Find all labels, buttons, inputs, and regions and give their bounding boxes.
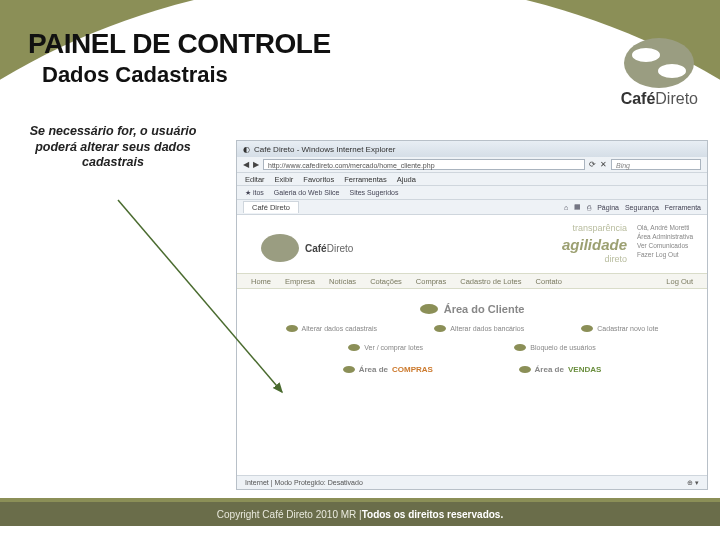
callout-note: Se necessário for, o usuário poderá alte… [28,124,198,171]
logo-text: CaféDireto [621,90,698,108]
refresh-icon[interactable]: ⟳ [589,160,596,169]
site-logo[interactable]: CaféDireto [261,223,353,273]
favicon-icon: ◐ [243,145,250,154]
bean-icon [581,325,593,332]
area-vendas[interactable]: Área de VENDAS [519,365,602,374]
brand-logo: CaféDireto [621,38,698,108]
area-header: Área do Cliente [257,303,687,315]
browser-tab[interactable]: Café Direto [243,201,299,213]
logo-text-light: Direto [655,90,698,107]
home-icon[interactable]: ⌂ [564,204,568,211]
bean-icon [348,344,360,351]
logo-text-bold: Café [621,90,656,107]
status-zone: Internet | Modo Protegido: Desativado [245,479,363,486]
action-alterar-cadastrais[interactable]: Alterar dados cadastrais [286,325,377,332]
favorites-bar: ★ itos Galeria do Web Slice Sites Sugeri… [237,186,707,200]
menu-editar[interactable]: Editar [245,175,265,184]
zoom-icon[interactable]: ⊕ ▾ [687,479,699,487]
action-alterar-bancarios[interactable]: Alterar dados bancários [434,325,524,332]
window-title: Café Direto - Windows Internet Explorer [254,145,395,154]
site-logo-text: CaféDireto [305,243,353,254]
action-bloqueio[interactable]: Bloqueio de usuários [514,344,595,351]
page-subtitle: Dados Cadastrais [42,62,700,88]
browser-titlebar: ◐ Café Direto - Windows Internet Explore… [237,141,707,157]
page-title: PAINEL DE CONTROLE [28,28,700,60]
tab-label: Café Direto [252,203,290,212]
nav-contato[interactable]: Contato [536,277,562,286]
toolbar-tools[interactable]: Ferramenta [665,204,701,211]
nav-compras[interactable]: Compras [416,277,446,286]
site-nav: Home Empresa Notícias Cotações Compras C… [237,273,707,289]
browser-menu: Editar Exibir Favoritos Ferramentas Ajud… [237,173,707,186]
link-logout[interactable]: Fazer Log Out [637,250,693,259]
toolbar-page[interactable]: Página [597,204,619,211]
site-page: CaféDireto transparência agilidade diret… [237,215,707,475]
nav-noticias[interactable]: Notícias [329,277,356,286]
toolbar-security[interactable]: Segurança [625,204,659,211]
bean-icon [514,344,526,351]
nav-cadastro[interactable]: Cadastro de Lotes [460,277,521,286]
footer-strong: Todos os direitos reservados. [362,509,504,520]
address-bar-row: ◀ ▶ http://www.cafedireto.com/mercado/ho… [237,157,707,173]
site-logo-icon [261,234,299,262]
feed-icon[interactable]: ▦ [574,203,581,211]
actions-row-2: Ver / comprar lotes Bloqueio de usuários [257,344,687,351]
nav-cotacoes[interactable]: Cotações [370,277,402,286]
search-box[interactable]: Bing [611,159,701,170]
logo-swirl-icon [624,38,694,88]
menu-favoritos[interactable]: Favoritos [303,175,334,184]
bean-icon [519,366,531,373]
browser-statusbar: Internet | Modo Protegido: Desativado ⊕ … [237,475,707,489]
client-area: Área do Cliente Alterar dados cadastrais… [237,289,707,382]
slide-footer: Copyright Café Direto 2010 MR | Todos os… [0,498,720,526]
nav-empresa[interactable]: Empresa [285,277,315,286]
user-links: Olá, André Moretti Área Administrativa V… [637,223,693,273]
areas-row: Área de COMPRAS Área de VENDAS [257,365,687,374]
menu-exibir[interactable]: Exibir [275,175,294,184]
menu-ajuda[interactable]: Ajuda [397,175,416,184]
footer-prefix: Copyright Café Direto 2010 MR | [217,509,362,520]
area-title: Área do Cliente [444,303,525,315]
tagline: transparência agilidade direto [562,223,627,273]
stop-icon[interactable]: ✕ [600,160,607,169]
bean-icon [434,325,446,332]
nav-logout[interactable]: Log Out [666,277,693,286]
menu-ferramentas[interactable]: Ferramentas [344,175,387,184]
tagline-2: agilidade [562,235,627,255]
link-admin[interactable]: Área Administrativa [637,232,693,241]
bean-icon [420,304,438,314]
user-greeting: Olá, André Moretti [637,223,693,232]
tagline-1: transparência [562,223,627,235]
bean-icon [286,325,298,332]
action-cadastrar-lote[interactable]: Cadastrar novo lote [581,325,658,332]
bean-icon [343,366,355,373]
action-ver-lotes[interactable]: Ver / comprar lotes [348,344,423,351]
print-icon[interactable]: ⎙ [587,204,591,211]
nav-home[interactable]: Home [251,277,271,286]
fav-webslice[interactable]: Galeria do Web Slice [274,189,340,196]
back-icon[interactable]: ◀ [243,160,249,169]
actions-row-1: Alterar dados cadastrais Alterar dados b… [257,325,687,332]
area-compras[interactable]: Área de COMPRAS [343,365,433,374]
browser-window: ◐ Café Direto - Windows Internet Explore… [236,140,708,490]
tab-row: Café Direto ⌂ ▦ ⎙ Página Segurança Ferra… [237,200,707,215]
link-comunicados[interactable]: Ver Comunicados [637,241,693,250]
favorites-star-icon[interactable]: ★ itos [245,189,264,197]
address-bar[interactable]: http://www.cafedireto.com/mercado/home_c… [263,159,585,170]
forward-icon[interactable]: ▶ [253,160,259,169]
browser-toolbar-right: ⌂ ▦ ⎙ Página Segurança Ferramenta [564,203,701,211]
tagline-3: direto [562,254,627,266]
fav-suggested[interactable]: Sites Sugeridos [349,189,398,196]
